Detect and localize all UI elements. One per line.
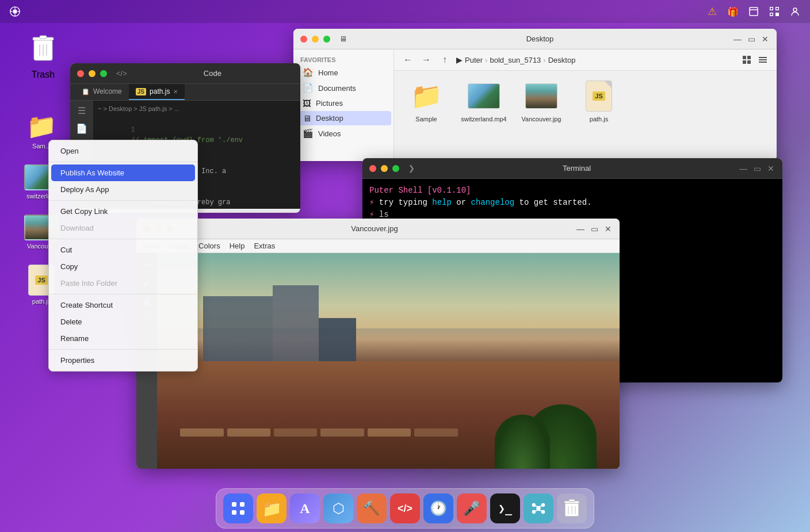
svg-rect-6 bbox=[750, 7, 758, 16]
forward-button[interactable]: → bbox=[419, 53, 433, 67]
trash-icon-image bbox=[29, 32, 57, 66]
file-item-switzerland[interactable]: switzerland.mp4 bbox=[461, 80, 507, 123]
trash-label: Trash bbox=[32, 70, 55, 80]
ctx-rename[interactable]: Rename bbox=[49, 330, 197, 347]
breadcrumb-puter[interactable]: Puter bbox=[465, 56, 483, 64]
code-menu-icon[interactable]: ☰ bbox=[78, 105, 86, 116]
taskbar-top-left bbox=[9, 6, 21, 17]
puter-logo-icon[interactable] bbox=[9, 6, 21, 17]
menu-extras[interactable]: Extras bbox=[254, 242, 275, 250]
terminal-min-btn[interactable]: — bbox=[739, 164, 748, 173]
terminal-close[interactable] bbox=[369, 165, 376, 172]
breadcrumb-desktop[interactable]: Desktop bbox=[548, 56, 576, 64]
ctx-sep-3 bbox=[49, 239, 197, 239]
alert-icon[interactable]: ⚠ bbox=[706, 6, 718, 17]
ctx-open[interactable]: Open bbox=[49, 143, 197, 159]
breadcrumb-username[interactable]: bold_sun_5713 bbox=[490, 56, 541, 64]
tab-pathjs[interactable]: JS path.js ✕ bbox=[129, 84, 185, 100]
up-button[interactable]: ↑ bbox=[438, 53, 452, 67]
dock-files[interactable]: 📁 bbox=[257, 493, 286, 523]
sidebar-item-home[interactable]: 🏠 Home bbox=[296, 65, 391, 80]
sidebar-item-pictures[interactable]: 🖼 Pictures bbox=[296, 96, 391, 110]
ctx-sep-5 bbox=[49, 349, 197, 350]
dock-launcher[interactable] bbox=[223, 493, 253, 523]
ctx-get-copy-link[interactable]: Get Copy Link bbox=[49, 203, 197, 220]
code-minimize[interactable] bbox=[89, 70, 95, 77]
dock-code[interactable]: </> bbox=[390, 493, 420, 523]
tree-2 bbox=[495, 415, 550, 469]
file-manager-close[interactable] bbox=[300, 36, 307, 43]
ctx-deploy-app[interactable]: Deploy As App bbox=[49, 181, 197, 198]
svg-line-42 bbox=[538, 506, 542, 507]
list-view-btn[interactable] bbox=[756, 53, 770, 67]
desktop-sidebar-label: Desktop bbox=[316, 114, 343, 123]
file-manager-minimize[interactable] bbox=[312, 36, 319, 43]
trash-desktop-icon[interactable]: Trash bbox=[20, 32, 66, 80]
fm-close-btn[interactable]: ✕ bbox=[761, 35, 770, 44]
terminal-try-typing: try typing bbox=[379, 198, 432, 207]
sidebar-item-videos[interactable]: 🎬 Videos bbox=[296, 126, 391, 141]
dock-clock[interactable]: 🕐 bbox=[423, 493, 453, 523]
gift-icon[interactable]: 🎁 bbox=[727, 6, 739, 17]
dock-blocks[interactable]: ⬡ bbox=[323, 493, 353, 523]
code-maximize[interactable] bbox=[100, 70, 107, 77]
file-manager-sidebar: Favorites 🏠 Home 📄 Documents 🖼 Pictures … bbox=[293, 49, 394, 161]
image-close-btn[interactable]: ✕ bbox=[603, 224, 613, 234]
back-button[interactable]: ← bbox=[401, 53, 415, 67]
image-max-btn[interactable]: ▭ bbox=[590, 224, 599, 234]
menu-colors[interactable]: Colors bbox=[198, 242, 220, 250]
ctx-cut[interactable]: Cut bbox=[49, 242, 197, 258]
code-close[interactable] bbox=[77, 70, 84, 77]
ctx-delete[interactable]: Delete bbox=[49, 313, 197, 330]
svg-rect-28 bbox=[747, 60, 751, 64]
dock-trash[interactable] bbox=[557, 493, 587, 523]
qr-icon[interactable] bbox=[769, 6, 780, 17]
dock-terminal[interactable]: ❯_ bbox=[490, 493, 520, 523]
dock-mic[interactable]: 🎤 bbox=[457, 493, 487, 523]
image-min-btn[interactable]: — bbox=[576, 224, 585, 234]
pathjs-fm-icon: JS bbox=[583, 80, 615, 112]
file-item-sample[interactable]: 📁 Sample bbox=[403, 80, 449, 123]
terminal-close-btn[interactable]: ✕ bbox=[766, 164, 775, 173]
view-toggle bbox=[740, 53, 770, 67]
user-icon[interactable] bbox=[789, 6, 801, 17]
terminal-line-2: ⚡ try typing help or changelog to get st… bbox=[369, 197, 775, 207]
terminal-suffix: to get started. bbox=[519, 198, 592, 207]
ctx-properties[interactable]: Properties bbox=[49, 352, 197, 369]
ctx-publish-website[interactable]: Publish As Website bbox=[51, 164, 195, 181]
fullscreen-icon[interactable] bbox=[748, 6, 759, 17]
code-files-icon[interactable]: 📄 bbox=[76, 123, 87, 134]
ctx-create-shortcut[interactable]: Create Shortcut bbox=[49, 297, 197, 313]
file-manager-body: Favorites 🏠 Home 📄 Documents 🖼 Pictures … bbox=[293, 49, 777, 161]
grid-view-btn[interactable] bbox=[740, 53, 754, 67]
file-item-vancouver[interactable]: Vancouver.jpg bbox=[518, 80, 564, 123]
svg-point-36 bbox=[537, 507, 540, 510]
terminal-arrow: ⚡ bbox=[369, 198, 379, 207]
dock-dev[interactable]: 🔨 bbox=[357, 493, 387, 523]
file-grid: 📁 Sample switzerland.mp4 Vancouver bbox=[394, 71, 777, 132]
terminal-minimize[interactable] bbox=[381, 165, 388, 172]
taskbar-top: ⚠ 🎁 bbox=[0, 0, 810, 23]
pathjs-tab-close[interactable]: ✕ bbox=[173, 89, 178, 95]
videos-icon: 🎬 bbox=[303, 128, 314, 139]
file-manager-maximize[interactable] bbox=[323, 36, 330, 43]
js-badge: JS bbox=[35, 275, 47, 285]
ctx-copy[interactable]: Copy bbox=[49, 258, 197, 275]
dock: 📁 A ⬡ 🔨 </> 🕐 🎤 ❯_ bbox=[216, 488, 594, 529]
sidebar-item-desktop[interactable]: 🖥 Desktop bbox=[296, 111, 391, 125]
terminal-maximize[interactable] bbox=[392, 165, 399, 172]
terminal-changelog-cmd: changelog bbox=[471, 198, 515, 207]
dev-dock-icon: 🔨 bbox=[363, 500, 380, 516]
fm-maximize-btn[interactable]: ▭ bbox=[747, 35, 756, 44]
file-item-pathjs[interactable]: JS path.js bbox=[576, 80, 622, 123]
fm-minimize-btn[interactable]: — bbox=[733, 35, 742, 44]
dock-mindmap[interactable] bbox=[524, 493, 553, 523]
image-title: Vancouver.jpg bbox=[178, 224, 571, 233]
sidebar-item-documents[interactable]: 📄 Documents bbox=[296, 81, 391, 95]
tab-welcome[interactable]: 📋 Welcome bbox=[75, 84, 129, 100]
menu-help[interactable]: Help bbox=[230, 242, 245, 250]
terminal-prompt-3: ⚡ bbox=[369, 210, 379, 219]
image-viewer-window: Vancouver.jpg — ▭ ✕ View Image Colors He… bbox=[136, 219, 620, 469]
dock-font[interactable]: A bbox=[290, 493, 320, 523]
terminal-max-btn[interactable]: ▭ bbox=[752, 164, 762, 173]
